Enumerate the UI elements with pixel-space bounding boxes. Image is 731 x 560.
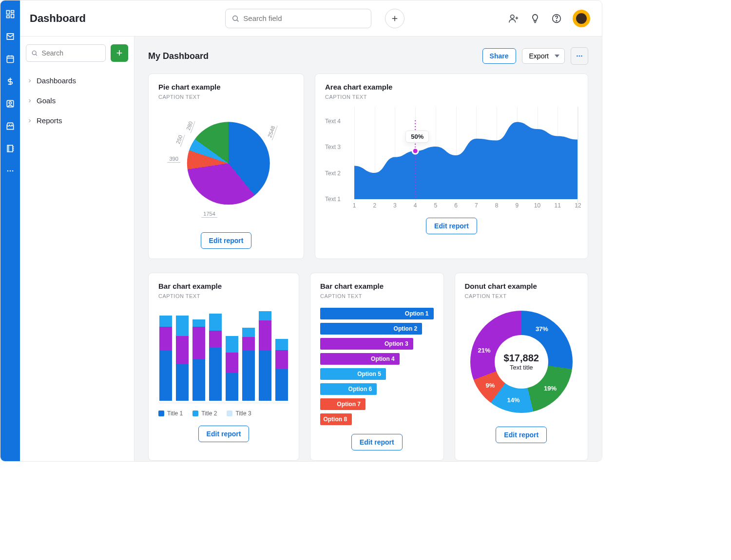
sidebar-item-goals[interactable]: Goals — [26, 91, 128, 111]
sidebar-add-button[interactable]: + — [111, 44, 128, 62]
svg-point-13 — [556, 20, 557, 20]
calendar-icon[interactable] — [5, 54, 15, 64]
donut-center: $17,882Text title — [495, 335, 548, 389]
svg-point-7 — [7, 170, 9, 172]
svg-point-19 — [412, 148, 418, 154]
add-user-icon[interactable] — [508, 13, 519, 24]
edit-report-button[interactable]: Edit report — [426, 218, 477, 234]
sidebar-item-dashboards[interactable]: Dashboards — [26, 71, 128, 91]
chevron-right-icon — [27, 78, 33, 84]
dashboard-icon[interactable] — [5, 9, 15, 19]
more-icon[interactable] — [5, 166, 15, 176]
add-button[interactable] — [385, 9, 404, 28]
global-search-input[interactable] — [243, 14, 365, 22]
card-caption: Caption text — [320, 293, 434, 299]
bar — [275, 339, 288, 401]
svg-point-9 — [12, 170, 14, 172]
bar — [209, 314, 222, 401]
avatar[interactable] — [573, 10, 590, 27]
bar — [176, 316, 189, 401]
bar — [159, 316, 172, 401]
page-title: Dashboard — [30, 12, 86, 25]
bar-segment — [259, 320, 271, 350]
bar-segment — [159, 327, 172, 350]
sidebar-item-label: Dashboards — [37, 76, 76, 85]
pie-chart: 25481754390250280 — [158, 107, 294, 224]
pie-data-label: 250 — [174, 132, 185, 147]
svg-point-15 — [577, 56, 578, 57]
sidebar-search-input[interactable] — [42, 49, 100, 57]
legend-item: Title 2 — [192, 410, 217, 417]
chart-tooltip: 50% — [405, 131, 429, 143]
sidebar-item-label: Reports — [37, 116, 62, 125]
edit-report-button[interactable]: Edit report — [496, 427, 547, 443]
bar-segment — [259, 311, 271, 320]
bar-segment — [226, 373, 238, 401]
pie-data-label: 390 — [167, 155, 180, 163]
contact-icon[interactable] — [5, 99, 15, 109]
svg-point-14 — [32, 51, 36, 55]
bar-segment — [226, 353, 238, 373]
sidebar-search[interactable] — [26, 44, 106, 62]
bar-segment — [176, 336, 189, 364]
edit-report-button[interactable]: Edit report — [351, 434, 403, 450]
book-icon[interactable] — [5, 144, 15, 153]
store-icon[interactable] — [5, 121, 15, 131]
bar-segment — [176, 316, 189, 336]
donut-value: $17,882 — [504, 353, 539, 364]
svg-rect-4 — [7, 56, 13, 62]
svg-point-16 — [579, 56, 580, 57]
mail-icon[interactable] — [5, 32, 15, 41]
card-pie: Pie chart example Caption text 254817543… — [148, 74, 304, 259]
svg-rect-0 — [7, 11, 10, 15]
hbar: Option 5 — [320, 368, 386, 380]
legend-item: Title 3 — [227, 410, 251, 417]
help-icon[interactable] — [551, 13, 562, 24]
hbar: Option 7 — [320, 398, 366, 410]
top-bar: Dashboard — [20, 0, 602, 37]
svg-point-10 — [233, 16, 238, 20]
card-title: Pie chart example — [158, 83, 294, 91]
bar-segment — [242, 350, 255, 401]
hbar: Option 1 — [320, 308, 434, 319]
bar-segment — [159, 316, 172, 327]
bar-segment — [209, 314, 222, 330]
bar-segment — [259, 350, 271, 401]
svg-point-11 — [511, 15, 514, 18]
share-button[interactable]: Share — [482, 48, 516, 64]
bar-segment — [159, 350, 172, 401]
area-chart: Text 1Text 2Text 3Text 41234567891011125… — [325, 107, 578, 209]
bar-chart-horizontal: Option 1Option 2Option 3Option 4Option 5… — [320, 306, 434, 425]
donut-data-label: 19% — [544, 384, 557, 392]
edit-report-button[interactable]: Edit report — [201, 232, 252, 249]
edit-report-button[interactable]: Edit report — [198, 426, 250, 442]
hbar: Option 3 — [320, 338, 413, 350]
search-icon — [231, 14, 239, 23]
legend-item: Title 1 — [158, 410, 183, 417]
bar-segment — [209, 331, 222, 347]
page-more-button[interactable] — [571, 47, 588, 65]
bar — [226, 336, 238, 401]
bar-segment — [192, 359, 205, 401]
sidebar-item-reports[interactable]: Reports — [26, 111, 128, 131]
card-donut: Donut chart example Caption text $17,882… — [455, 273, 589, 461]
bar-segment — [275, 350, 288, 369]
dashboard-title: My Dashboard — [148, 51, 209, 61]
bulb-icon[interactable] — [530, 13, 540, 24]
svg-rect-3 — [7, 16, 10, 18]
donut-data-label: 37% — [536, 325, 548, 332]
bar — [259, 311, 271, 401]
bar-segment — [275, 369, 288, 401]
card-caption: Caption text — [158, 94, 294, 100]
global-search[interactable] — [225, 9, 371, 28]
svg-point-8 — [10, 170, 11, 172]
bar-segment — [226, 336, 238, 353]
card-caption: Caption text — [158, 293, 289, 299]
app-shell: Dashboard + — [0, 0, 602, 462]
bar-segment — [176, 364, 189, 401]
export-button[interactable]: Export — [522, 48, 565, 64]
pie-data-label: 1754 — [201, 210, 217, 218]
dollar-icon[interactable] — [5, 76, 15, 86]
bar — [242, 328, 255, 401]
bar-segment — [209, 347, 222, 401]
